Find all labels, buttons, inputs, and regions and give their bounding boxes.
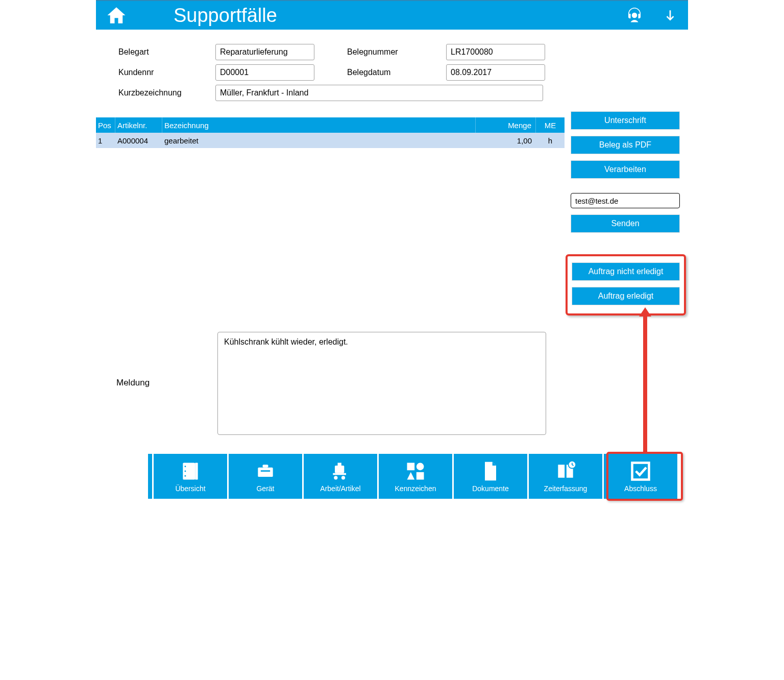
svg-point-14 bbox=[341, 476, 345, 479]
email-input[interactable] bbox=[571, 193, 680, 208]
label-belegdatum: Belegdatum bbox=[347, 68, 446, 77]
nav-accent-bar bbox=[148, 454, 152, 499]
svg-rect-8 bbox=[263, 465, 268, 468]
input-belegart[interactable] bbox=[215, 44, 314, 60]
label-kundennr: Kundennr bbox=[116, 68, 215, 77]
side-panel: Unterschrift Beleg als PDF Verarbeiten S… bbox=[571, 111, 680, 239]
label-belegnummer: Belegnummer bbox=[347, 47, 446, 57]
nav-label: Übersicht bbox=[175, 484, 205, 493]
auftrag-erledigt-button[interactable]: Auftrag erledigt bbox=[572, 287, 680, 305]
table-row[interactable]: 1 A000004 gearbeitet 1,00 h bbox=[96, 133, 565, 148]
svg-point-0 bbox=[632, 13, 638, 18]
nav-label: Kennzeichen bbox=[395, 484, 436, 493]
unterschrift-button[interactable]: Unterschrift bbox=[571, 111, 680, 130]
td-pos: 1 bbox=[96, 136, 115, 145]
input-belegdatum[interactable] bbox=[446, 64, 545, 81]
time-icon bbox=[554, 460, 577, 482]
label-belegart: Belegart bbox=[116, 47, 215, 57]
svg-rect-18 bbox=[416, 472, 424, 480]
verarbeiten-button[interactable]: Verarbeiten bbox=[571, 160, 680, 179]
svg-point-13 bbox=[334, 476, 337, 479]
svg-rect-10 bbox=[335, 466, 344, 473]
meldung-textarea[interactable] bbox=[217, 332, 546, 435]
svg-point-16 bbox=[416, 463, 424, 471]
auftrag-nicht-erledigt-button[interactable]: Auftrag nicht erledigt bbox=[572, 262, 680, 281]
check-icon bbox=[629, 460, 652, 482]
nav-abschluss[interactable]: Abschluss bbox=[604, 454, 677, 499]
tags-icon bbox=[404, 460, 427, 482]
beleg-pdf-button[interactable]: Beleg als PDF bbox=[571, 136, 680, 154]
table-header: Pos Artikelnr. Bezeichnung Menge ME bbox=[96, 117, 565, 133]
th-artikelnr: Artikelnr. bbox=[115, 117, 162, 133]
nav-dokumente[interactable]: Dokumente bbox=[454, 454, 527, 499]
nav-label: Zeiterfassung bbox=[544, 484, 587, 493]
nav-zeiterfassung[interactable]: Zeiterfassung bbox=[529, 454, 602, 499]
nav-arbeit[interactable]: Arbeit/Artikel bbox=[304, 454, 377, 499]
th-pos: Pos bbox=[96, 117, 115, 133]
svg-point-4 bbox=[184, 466, 186, 467]
highlight-box-auftrag: Auftrag nicht erledigt Auftrag erledigt bbox=[566, 254, 686, 315]
td-me: h bbox=[536, 136, 565, 145]
nav-label: Dokumente bbox=[472, 484, 509, 493]
label-kurzbezeichnung: Kurzbezeichnung bbox=[116, 88, 215, 98]
down-arrow-icon[interactable] bbox=[659, 5, 681, 26]
svg-marker-17 bbox=[407, 472, 415, 480]
support-agent-icon[interactable] bbox=[624, 5, 645, 26]
svg-rect-7 bbox=[258, 468, 273, 477]
header-bar: Supportfälle bbox=[96, 0, 688, 30]
nav-label: Gerät bbox=[256, 484, 274, 493]
th-bezeichnung: Bezeichnung bbox=[162, 117, 476, 133]
svg-rect-15 bbox=[407, 463, 415, 471]
th-menge: Menge bbox=[476, 117, 536, 133]
nav-kennzeichen[interactable]: Kennzeichen bbox=[379, 454, 452, 499]
input-kurzbezeichnung[interactable] bbox=[215, 85, 543, 101]
items-table: Pos Artikelnr. Bezeichnung Menge ME 1 A0… bbox=[96, 117, 565, 148]
td-artikelnr: A000004 bbox=[115, 136, 162, 145]
svg-rect-3 bbox=[195, 463, 198, 480]
svg-point-5 bbox=[184, 471, 186, 472]
svg-rect-9 bbox=[261, 470, 270, 472]
form-area: Belegart Belegnummer Kundennr Belegdatum… bbox=[96, 30, 688, 109]
page-title: Supportfälle bbox=[174, 5, 277, 27]
nav-label: Arbeit/Artikel bbox=[320, 484, 360, 493]
device-icon bbox=[254, 460, 277, 482]
meldung-section: Meldung bbox=[116, 332, 546, 435]
label-meldung: Meldung bbox=[116, 332, 217, 388]
input-kundennr[interactable] bbox=[215, 64, 314, 81]
bottom-nav: Übersicht Gerät Arbeit/Artikel Kennzeich… bbox=[148, 454, 677, 499]
annotation-arrow bbox=[643, 315, 647, 452]
th-me: ME bbox=[536, 117, 565, 133]
svg-rect-11 bbox=[338, 463, 341, 466]
td-bezeichnung: gearbeitet bbox=[162, 136, 476, 145]
home-icon[interactable] bbox=[104, 3, 129, 28]
overview-icon bbox=[179, 460, 202, 482]
nav-label: Abschluss bbox=[624, 484, 657, 493]
senden-button[interactable]: Senden bbox=[571, 214, 680, 233]
input-belegnummer[interactable] bbox=[446, 44, 545, 60]
document-icon bbox=[479, 460, 502, 482]
svg-point-6 bbox=[184, 475, 186, 477]
svg-rect-20 bbox=[632, 463, 649, 480]
nav-geraet[interactable]: Gerät bbox=[229, 454, 302, 499]
svg-rect-12 bbox=[333, 473, 346, 475]
work-icon bbox=[329, 460, 352, 482]
td-menge: 1,00 bbox=[476, 136, 536, 145]
nav-uebersicht[interactable]: Übersicht bbox=[154, 454, 227, 499]
